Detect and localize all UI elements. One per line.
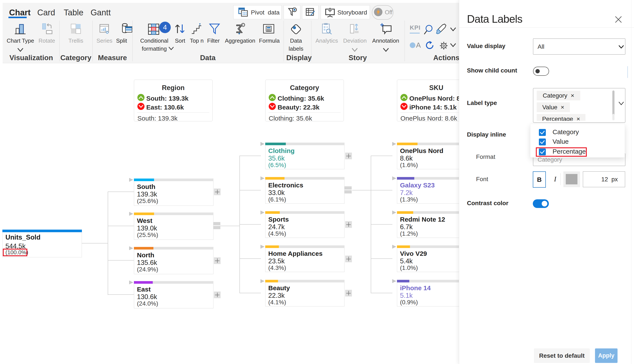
svg-text:A: A	[416, 41, 421, 49]
